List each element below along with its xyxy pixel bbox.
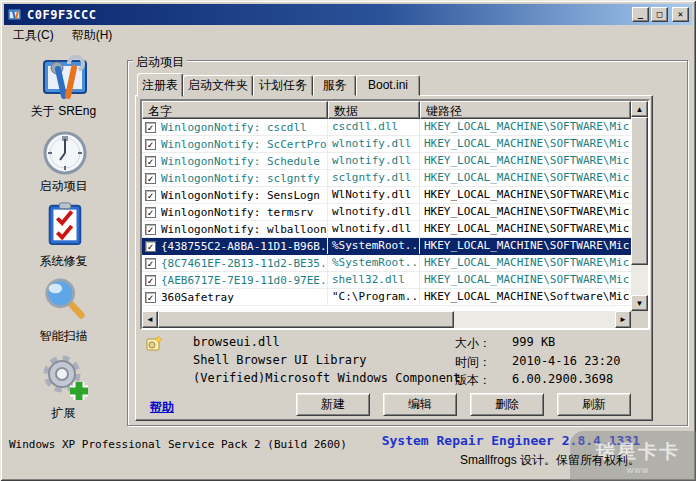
about-tools-icon[interactable]	[38, 55, 92, 103]
row-keypath: HKEY_LOCAL_MACHINE\Software\Micr	[420, 289, 631, 305]
row-name: WinlogonNotify: Schedule	[161, 155, 320, 168]
detail-version-value: 6.00.2900.3698	[512, 372, 613, 386]
sidebar-item-startup[interactable]: 启动项目	[0, 178, 127, 195]
close-button[interactable]: ✕	[672, 7, 689, 22]
row-name: WinlogonNotify: termsrv	[161, 206, 313, 219]
column-header-keypath[interactable]: 键路径	[420, 101, 631, 119]
row-checkbox[interactable]: ✓	[145, 173, 156, 184]
table-row[interactable]: ✓ {8C7461EF-2B13-11d2-BE35... %SystemRoo…	[142, 255, 631, 272]
edit-button[interactable]: 编辑	[383, 393, 457, 416]
horizontal-scrollbar[interactable]: ◄ ►	[142, 311, 631, 328]
help-link[interactable]: 帮助	[150, 399, 174, 416]
horizontal-scroll-thumb[interactable]	[158, 311, 454, 328]
vertical-scrollbar[interactable]: ▲ ▼	[631, 101, 648, 311]
row-data: sclgntfy.dll	[328, 170, 420, 186]
row-name: {AEB6717E-7E19-11d0-97EE...	[161, 274, 327, 287]
row-checkbox[interactable]: ✓	[145, 139, 156, 150]
maximize-button[interactable]: □	[651, 7, 668, 22]
sidebar-item-repair[interactable]: 系统修复	[0, 253, 127, 270]
row-data: wlnotify.dll	[328, 204, 420, 220]
row-keypath: HKEY_LOCAL_MACHINE\SOFTWARE\Micr	[420, 170, 631, 186]
new-button[interactable]: 新建	[296, 393, 370, 416]
scroll-right-icon[interactable]: ►	[615, 311, 631, 328]
detail-size-value: 999 KB	[512, 335, 555, 349]
table-row[interactable]: ✓ WinlogonNotify: termsrv wlnotify.dll H…	[142, 204, 631, 221]
table-row[interactable]: ✓ WinlogonNotify: SensLogn WlNotify.dll …	[142, 187, 631, 204]
table-row[interactable]: ✓ WinlogonNotify: cscdll cscdll.dll HKEY…	[142, 119, 631, 136]
scroll-left-icon[interactable]: ◄	[142, 311, 158, 328]
row-checkbox[interactable]: ✓	[145, 224, 156, 235]
row-keypath: HKEY_LOCAL_MACHINE\SOFTWARE\Micr	[420, 187, 631, 203]
row-data: wlnotify.dll	[328, 136, 420, 152]
magnifier-icon[interactable]	[40, 277, 90, 323]
row-name: {438755C2-A8BA-11D1-B96B...	[161, 240, 327, 253]
menu-help[interactable]: 帮助(H)	[63, 25, 122, 46]
scroll-down-icon[interactable]: ▼	[631, 295, 648, 311]
scrollbar-corner	[631, 311, 648, 328]
row-data: shell32.dll	[328, 272, 420, 288]
table-row[interactable]: ✓ WinlogonNotify: Schedule wlnotify.dll …	[142, 153, 631, 170]
tab-bootini[interactable]: Boot.ini	[356, 75, 420, 96]
row-checkbox[interactable]: ✓	[145, 275, 156, 286]
row-keypath: HKEY_LOCAL_MACHINE\SOFTWARE\Micr	[420, 221, 631, 237]
row-checkbox[interactable]: ✓	[145, 241, 156, 252]
detail-size-label: 大小：	[455, 335, 491, 352]
row-name: WinlogonNotify: sclgntfy	[161, 172, 320, 185]
titlebar[interactable]: C0F9F3CCC _ □ ✕	[4, 4, 692, 25]
menubar: 工具(C) 帮助(H)	[4, 26, 692, 45]
column-header-data[interactable]: 数据	[328, 101, 420, 119]
scroll-up-icon[interactable]: ▲	[631, 101, 648, 117]
row-checkbox[interactable]: ✓	[145, 258, 156, 269]
sidebar-item-about[interactable]: 关于 SREng	[0, 103, 127, 120]
row-data: %SystemRoot...	[328, 238, 420, 254]
sidebar-item-scan[interactable]: 智能扫描	[0, 328, 127, 345]
gear-plus-icon[interactable]	[40, 353, 92, 403]
clock-icon[interactable]	[40, 129, 90, 177]
row-checkbox[interactable]: ✓	[145, 122, 156, 133]
row-name: WinlogonNotify: SensLogn	[161, 189, 320, 202]
row-name: 360Safetray	[161, 291, 234, 304]
dll-file-icon	[146, 335, 163, 352]
detail-filename: browseui.dll	[193, 335, 280, 349]
row-name: {8C7461EF-2B13-11d2-BE35...	[161, 257, 327, 270]
row-name: WinlogonNotify: ScCertProp	[161, 138, 327, 151]
column-header-name[interactable]: 名字	[142, 101, 328, 119]
tab-startup-folder[interactable]: 启动文件夹	[183, 75, 253, 96]
row-checkbox[interactable]: ✓	[145, 207, 156, 218]
app-icon	[7, 7, 23, 23]
refresh-button[interactable]: 刷新	[557, 393, 631, 416]
tab-registry[interactable]: 注册表	[137, 73, 183, 97]
row-data: "C:\Program...	[328, 289, 420, 305]
row-name: WinlogonNotify: cscdll	[161, 121, 307, 134]
row-checkbox[interactable]: ✓	[145, 156, 156, 167]
delete-button[interactable]: 删除	[470, 393, 544, 416]
repair-checklist-icon[interactable]	[43, 201, 87, 247]
minimize-button[interactable]: _	[632, 7, 649, 22]
detail-version-label: 版本：	[455, 372, 491, 389]
row-checkbox[interactable]: ✓	[145, 190, 156, 201]
row-keypath: HKEY_LOCAL_MACHINE\SOFTWARE\Micr	[420, 136, 631, 152]
menu-tools[interactable]: 工具(C)	[4, 25, 63, 46]
app-window: C0F9F3CCC _ □ ✕ 工具(C) 帮助(H) 关于 SREng 启动项…	[0, 0, 696, 481]
table-row[interactable]: ✓ 360Safetray "C:\Program... HKEY_LOCAL_…	[142, 289, 631, 306]
table-row[interactable]: ✓ WinlogonNotify: wlballoon wlnotify.dll…	[142, 221, 631, 238]
row-keypath: HKEY_LOCAL_MACHINE\SOFTWARE\Micr	[420, 153, 631, 169]
tab-services[interactable]: 服务	[313, 75, 356, 96]
table-header: 名字 数据 键路径	[142, 101, 631, 119]
row-checkbox[interactable]: ✓	[145, 292, 156, 303]
row-data: cscdll.dll	[328, 119, 420, 135]
startup-items-table: 名字 数据 键路径 ✓ WinlogonNotify: cscdll cscdl…	[140, 99, 650, 330]
table-body: ✓ WinlogonNotify: cscdll cscdll.dll HKEY…	[142, 119, 631, 311]
row-data: wlnotify.dll	[328, 221, 420, 237]
sidebar-item-extensions[interactable]: 扩展	[0, 405, 127, 422]
row-keypath: HKEY_LOCAL_MACHINE\SOFTWARE\Micr	[420, 272, 631, 288]
vertical-scroll-thumb[interactable]	[631, 117, 648, 265]
table-row[interactable]: ✓ WinlogonNotify: ScCertProp wlnotify.dl…	[142, 136, 631, 153]
detail-time-label: 时间：	[455, 354, 491, 371]
table-row[interactable]: ✓ {438755C2-A8BA-11D1-B96B... %SystemRoo…	[142, 238, 631, 255]
table-row[interactable]: ✓ {AEB6717E-7E19-11d0-97EE... shell32.dl…	[142, 272, 631, 289]
row-name: WinlogonNotify: wlballoon	[161, 223, 327, 236]
detail-verification: (Verified)Microsoft Windows Component	[193, 371, 460, 385]
tab-scheduled-tasks[interactable]: 计划任务	[253, 75, 313, 96]
table-row[interactable]: ✓ WinlogonNotify: sclgntfy sclgntfy.dll …	[142, 170, 631, 187]
